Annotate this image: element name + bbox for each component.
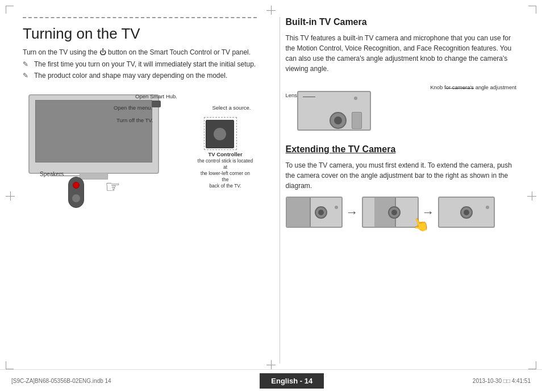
center-mark-bottom (266, 360, 276, 369)
tv-diagram: Open Smart Hub. Open the menu. Select a … (23, 89, 257, 208)
bullet-text-2: The product color and shape may vary dep… (34, 71, 227, 81)
camera-lens-inner (334, 116, 342, 124)
hand-icon: ☞ (105, 177, 120, 197)
select-source-label: Select a source. (212, 105, 251, 111)
corner-mark-br (528, 361, 536, 369)
two-column-layout: Turning on the TV Turn on the TV using t… (23, 17, 519, 364)
left-section-title: Turning on the TV (23, 25, 257, 43)
right-section-heading: Built-in TV Camera (286, 17, 520, 28)
bullet-text-1: The first time you turn on your TV, it w… (34, 60, 256, 69)
tv-stand (80, 173, 108, 180)
footer: [S9C-ZA]BN68-05356B-02ENG.indb 14 Englis… (0, 369, 542, 392)
extending-heading: Extending the TV Camera (286, 144, 520, 156)
camera-lens (330, 112, 347, 129)
lens-callout-line (303, 97, 315, 97)
tv-controller-box (206, 120, 234, 148)
right-column: Built-in TV Camera This TV features a bu… (280, 17, 520, 364)
camera-top-diagram: Lens Knob for camera's angle adjustment (286, 80, 520, 136)
cam-step-1 (286, 197, 343, 228)
corner-mark-tr (528, 6, 536, 14)
pencil-icon-2: ✎ (23, 71, 32, 81)
cam-step1-lens-inner (318, 210, 324, 215)
remote-power-button (73, 182, 80, 189)
cam-step3-lens (460, 206, 473, 219)
camera-ext-row: → 👆 → (286, 197, 520, 228)
left-mark (6, 191, 15, 201)
camera-knob (352, 112, 362, 129)
bullet-item-1: ✎ The first time you turn on your TV, it… (23, 60, 257, 69)
dashed-divider (23, 17, 257, 18)
right-body-text: This TV features a built-in TV camera an… (286, 33, 520, 74)
remote-control (68, 177, 84, 208)
center-mark-top (266, 6, 276, 15)
cam-cover (287, 198, 311, 227)
cam-step-2 (362, 197, 419, 228)
left-body-text: Turn on the TV using the ⏻ button on the… (23, 47, 257, 57)
cam-step2-lens-inner (391, 210, 397, 215)
turn-off-tv-label: Turn off the TV. (116, 117, 153, 123)
knob-callout-line (445, 88, 474, 89)
cam-step-2-wrapper: 👆 (362, 197, 419, 228)
footer-center-text: English - 14 (260, 373, 324, 389)
arrow-1: → (346, 205, 358, 220)
cam-step3-lens-inner (464, 210, 469, 215)
left-column: Turning on the TV Turn on the TV using t… (23, 17, 262, 364)
corner-mark-tl (6, 6, 14, 14)
speakers-label: Speakers (40, 171, 64, 177)
lens-label: Lens (286, 92, 298, 98)
right-mark (527, 191, 536, 201)
knob-label: Knob for camera's angle adjustment (430, 84, 516, 90)
cam-step-3 (438, 197, 495, 228)
extending-body-text: To use the TV camera, you must first ext… (286, 160, 520, 191)
bullet-item-2: ✎ The product color and shape may vary d… (23, 71, 257, 81)
corner-mark-bl (6, 361, 14, 369)
page-container: Turning on the TV Turn on the TV using t… (0, 0, 542, 392)
cam-step2-lens (388, 206, 401, 219)
footer-left-text: [S9C-ZA]BN68-05356B-02ENG.indb 14 (11, 378, 111, 384)
cam-step1-lens (315, 206, 327, 219)
tv-controller-label: TV Controller the control stick is locat… (197, 151, 254, 190)
footer-right-text: 2013-10-30 □□ 4:41:51 (473, 378, 531, 384)
open-menu-label: Open the menu. (114, 105, 152, 111)
pencil-icon-1: ✎ (23, 60, 32, 69)
speakers-callout-line (51, 176, 80, 176)
tv-controller-button (214, 128, 226, 140)
